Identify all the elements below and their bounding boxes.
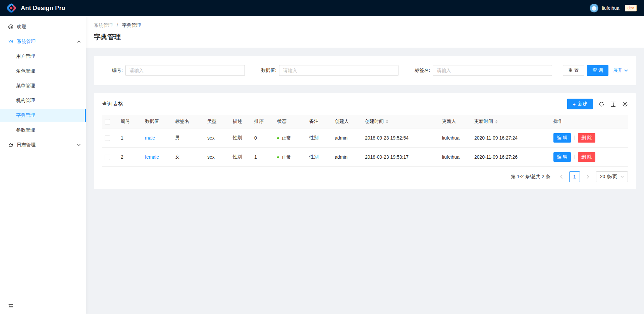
data-value-input[interactable] xyxy=(279,65,398,76)
filter-actions: 重 置 查 询 展开 xyxy=(563,65,628,76)
header-user-area[interactable]: liufeihua dev xyxy=(590,4,639,12)
page-title: 字典管理 xyxy=(94,32,636,42)
cell-created: 2018-09-23 19:53:17 xyxy=(362,148,439,167)
cell-tag: 女 xyxy=(172,148,205,167)
reload-icon[interactable] xyxy=(599,101,604,107)
app-title: Ant Design Pro xyxy=(21,5,65,12)
status-label: 正常 xyxy=(282,154,291,160)
username[interactable]: liufeihua xyxy=(602,5,619,11)
filter-label: 编号: xyxy=(102,67,123,73)
sidebar-item-user-mgmt[interactable]: 用户管理 xyxy=(0,50,86,63)
ant-design-logo-icon xyxy=(6,3,17,13)
filter-label: 数据值: xyxy=(256,67,276,73)
new-button[interactable]: + 新建 xyxy=(567,99,593,109)
col-header-created[interactable]: 创建时间 xyxy=(362,115,439,128)
env-tag: dev xyxy=(625,5,637,11)
edit-button[interactable]: 编 辑 xyxy=(553,152,571,162)
user-avatar[interactable] xyxy=(590,4,598,12)
cell-value-link[interactable]: male xyxy=(145,135,155,141)
status-badge: 正常 xyxy=(277,154,291,160)
cell-value-link[interactable]: female xyxy=(145,154,159,160)
density-icon[interactable] xyxy=(610,101,616,107)
sorter-icon[interactable] xyxy=(386,120,388,123)
row-checkbox[interactable] xyxy=(105,136,110,141)
cell-tag: 男 xyxy=(172,128,205,148)
table-title: 查询表格 xyxy=(102,101,123,108)
sidebar-item-label: 参数管理 xyxy=(16,127,35,133)
divider xyxy=(574,136,575,140)
chevron-down-icon xyxy=(624,69,628,72)
pagination-next-icon[interactable] xyxy=(583,171,593,182)
sidebar-item-org-mgmt[interactable]: 机构管理 xyxy=(0,94,86,107)
breadcrumb-current: 字典管理 xyxy=(122,22,141,28)
sidebar-submenu-system[interactable]: 系统管理 xyxy=(0,35,86,48)
col-header-label: 创建时间 xyxy=(365,118,384,124)
sidebar-item-label: 菜单管理 xyxy=(16,83,35,89)
sorter-icon[interactable] xyxy=(495,120,498,123)
breadcrumb-parent[interactable]: 系统管理 xyxy=(94,22,113,28)
sidebar-item-label: 用户管理 xyxy=(16,53,35,59)
edit-button[interactable]: 编 辑 xyxy=(553,133,571,143)
pagination-page-1[interactable]: 1 xyxy=(569,171,580,182)
col-header-status: 状态 xyxy=(274,115,307,128)
toolbar-actions: + 新建 xyxy=(567,99,628,109)
sidebar-menu: 欢迎 系统管理 用户管理 角色管理 菜单管理 xyxy=(0,16,86,298)
cell-created: 2018-09-23 19:52:54 xyxy=(362,128,439,148)
cell-updater: liufeihua xyxy=(439,148,472,167)
pagination-total: 第 1-2 条/总共 2 条 xyxy=(511,174,550,180)
crown-icon xyxy=(8,39,13,44)
sidebar-item-param-mgmt[interactable]: 参数管理 xyxy=(0,123,86,137)
sidebar-item-label: 角色管理 xyxy=(16,68,35,74)
cell-sort: 0 xyxy=(252,128,274,148)
cell-remark: 性别 xyxy=(307,148,332,167)
content-area: 编号: 数据值: 标签名: 重 置 查 询 展开 xyxy=(86,48,644,314)
chevron-down-icon xyxy=(77,144,80,146)
delete-button[interactable]: 删 除 xyxy=(578,133,595,143)
new-button-label: 新建 xyxy=(578,101,587,107)
cell-updated: 2020-11-09 16:27:24 xyxy=(472,128,551,148)
id-input[interactable] xyxy=(125,65,245,76)
status-badge: 正常 xyxy=(277,135,291,141)
col-header-id: 编号 xyxy=(118,115,142,128)
smile-icon xyxy=(8,24,13,30)
col-header-updated[interactable]: 更新时间 xyxy=(472,115,551,128)
col-header-label: 更新时间 xyxy=(474,118,493,124)
expand-label: 展开 xyxy=(613,67,623,73)
filter-card: 编号: 数据值: 标签名: 重 置 查 询 展开 xyxy=(94,56,636,85)
tag-name-input[interactable] xyxy=(433,65,552,76)
select-all-checkbox[interactable] xyxy=(105,119,110,124)
filter-field-id: 编号: xyxy=(102,65,256,76)
cell-remark: 性别 xyxy=(307,128,332,148)
cell-desc: 性别 xyxy=(230,128,252,148)
col-header-desc: 描述 xyxy=(230,115,252,128)
delete-button[interactable]: 删 除 xyxy=(578,152,595,162)
pagination-prev-icon[interactable] xyxy=(556,171,567,182)
breadcrumb: 系统管理 / 字典管理 xyxy=(94,21,636,29)
reset-button[interactable]: 重 置 xyxy=(563,65,584,76)
sidebar-item-menu-mgmt[interactable]: 菜单管理 xyxy=(0,79,86,93)
col-header-updater: 更新人 xyxy=(439,115,472,128)
cell-creator: admin xyxy=(332,148,362,167)
cell-type: sex xyxy=(205,128,230,148)
crown-icon xyxy=(8,142,13,148)
page-size-select[interactable]: 20 条/页 xyxy=(596,171,628,182)
cell-id: 2 xyxy=(118,148,142,167)
sidebar-collapse-trigger[interactable] xyxy=(0,298,86,314)
sidebar-item-role-mgmt[interactable]: 角色管理 xyxy=(0,64,86,78)
settings-gear-icon[interactable] xyxy=(622,101,628,107)
brand[interactable]: Ant Design Pro xyxy=(6,3,65,13)
row-checkbox[interactable] xyxy=(105,155,110,160)
sidebar-item-dict-mgmt[interactable]: 字典管理 xyxy=(0,109,86,122)
chevron-up-icon xyxy=(77,41,80,43)
table-card: 查询表格 + 新建 xyxy=(94,93,636,189)
status-label: 正常 xyxy=(282,135,291,141)
col-header-actions: 操作 xyxy=(551,115,628,128)
expand-toggle[interactable]: 展开 xyxy=(613,67,628,73)
page-size-value: 20 条/页 xyxy=(600,174,617,180)
sidebar-submenu-log[interactable]: 日志管理 xyxy=(0,138,86,152)
search-button[interactable]: 查 询 xyxy=(587,65,608,76)
filter-field-value: 数据值: xyxy=(256,65,409,76)
col-header-type: 类型 xyxy=(205,115,230,128)
pagination: 第 1-2 条/总共 2 条 1 20 条/页 xyxy=(94,167,636,188)
sidebar-item-welcome[interactable]: 欢迎 xyxy=(0,20,86,34)
